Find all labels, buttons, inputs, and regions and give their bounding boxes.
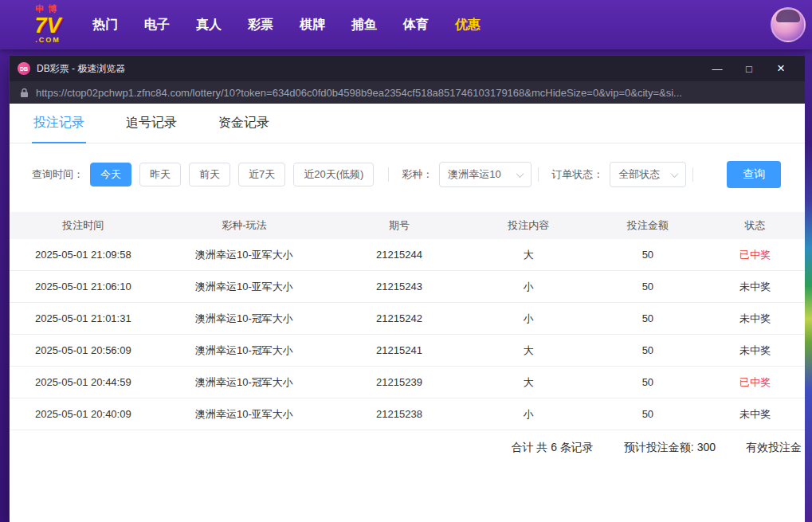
cell-bet-content: 小	[467, 407, 590, 422]
table-row: 2025-05-01 21:06:10 澳洲幸运10-亚军大小 21215243…	[10, 271, 805, 303]
divider	[538, 167, 539, 182]
cell-issue-number: 21215241	[331, 344, 467, 356]
nav-item[interactable]: 真人	[194, 12, 223, 38]
cell-game-play: 澳洲幸运10-亚军大小	[157, 248, 332, 262]
cell-bet-time: 2025-05-01 21:06:10	[10, 281, 157, 292]
time-filter-group: 今天 昨天 前天 近7天 近20天(低频)	[90, 163, 382, 186]
cell-bet-time: 2025-05-01 20:40:09	[10, 408, 157, 420]
nav-item[interactable]: 彩票	[246, 12, 275, 38]
logo-text-main: 7V	[19, 14, 76, 37]
cell-bet-amount: 50	[590, 408, 706, 420]
table-footer: 合计 共 6 条记录 预计投注金额: 300 有效投注金	[10, 430, 805, 465]
order-status-value: 全部状态	[618, 167, 660, 182]
nav-item[interactable]: 优惠	[453, 12, 482, 38]
tab-item[interactable]: 资金记录	[217, 104, 271, 143]
cell-game-play: 澳洲幸运10-亚军大小	[157, 407, 332, 422]
window-title: DB彩票 - 极速浏览器	[37, 62, 125, 76]
divider	[692, 167, 693, 182]
cell-issue-number: 21215242	[331, 312, 467, 324]
user-avatar[interactable]	[771, 7, 806, 42]
table-header-cell: 期号	[331, 218, 467, 233]
time-filter-button[interactable]: 昨天	[139, 163, 181, 186]
cell-bet-content: 小	[467, 280, 590, 294]
tab-item[interactable]: 投注记录	[32, 104, 86, 143]
logo-text-bottom: .COM	[19, 37, 76, 44]
cell-game-play: 澳洲幸运10-冠军大小	[157, 312, 332, 326]
chevron-down-icon	[516, 170, 524, 178]
table-header-cell: 投注内容	[467, 218, 590, 233]
close-icon[interactable]: ×	[765, 56, 797, 81]
browser-titlebar: DB DB彩票 - 极速浏览器 — □ ×	[10, 56, 805, 81]
url-text: https://ctop02pchwp1.zfnc84.com/lottery/…	[36, 87, 794, 99]
divider	[388, 167, 389, 182]
url-bar[interactable]: https://ctop02pchwp1.zfnc84.com/lottery/…	[10, 81, 805, 104]
lock-icon	[20, 88, 29, 98]
time-filter-button[interactable]: 前天	[189, 163, 230, 186]
main-nav: 热门 电子 真人 彩票 棋牌 捕鱼 体育 优惠	[91, 12, 482, 38]
cell-bet-amount: 50	[590, 281, 706, 292]
search-button[interactable]: 查询	[727, 161, 781, 188]
bet-records-table: 投注时间 彩种-玩法 期号 投注内容 投注金额 状态 2025-05-01 21…	[10, 212, 805, 465]
table-row: 2025-05-01 21:01:31 澳洲幸运10-冠军大小 21215242…	[10, 303, 805, 335]
cell-status: 未中奖	[705, 343, 805, 358]
table-header-cell: 彩种-玩法	[157, 218, 332, 233]
cell-bet-amount: 50	[590, 249, 706, 261]
tab-item[interactable]: 追号记录	[124, 104, 178, 143]
nav-item[interactable]: 体育	[402, 12, 430, 38]
nav-item[interactable]: 电子	[143, 12, 171, 38]
cell-bet-time: 2025-05-01 21:09:58	[10, 249, 157, 261]
cell-game-play: 澳洲幸运10-亚军大小	[157, 280, 332, 294]
cell-bet-amount: 50	[590, 376, 706, 388]
cell-bet-content: 小	[467, 312, 590, 326]
cell-bet-amount: 50	[590, 344, 706, 356]
background-strip	[805, 49, 812, 522]
table-header-cell: 状态	[705, 218, 805, 233]
page-content: 投注记录 追号记录 资金记录 查询时间： 今天 昨天 前天 近7天 近20	[10, 104, 805, 522]
time-filter-button[interactable]: 近20天(低频)	[293, 163, 374, 186]
table-body: 2025-05-01 21:09:58 澳洲幸运10-亚军大小 21215244…	[10, 239, 805, 430]
cell-issue-number: 21215238	[331, 408, 467, 420]
minimize-icon[interactable]: —	[701, 56, 733, 81]
cell-issue-number: 21215244	[331, 249, 467, 261]
cell-game-play: 澳洲幸运10-冠军大小	[157, 375, 332, 390]
cell-bet-content: 大	[467, 375, 590, 390]
order-status-select[interactable]: 全部状态	[610, 162, 686, 187]
cell-bet-content: 大	[467, 343, 590, 358]
table-row: 2025-05-01 20:44:59 澳洲幸运10-冠军大小 21215239…	[10, 367, 805, 398]
table-header-row: 投注时间 彩种-玩法 期号 投注内容 投注金额 状态	[10, 212, 805, 239]
time-filter-label: 查询时间：	[32, 167, 84, 182]
footer-effective-amount: 有效投注金	[746, 441, 802, 455]
cell-status: 已中奖	[705, 248, 805, 262]
lottery-select-value: 澳洲幸运10	[448, 167, 500, 182]
cell-status: 未中奖	[705, 312, 805, 326]
order-status-label: 订单状态：	[551, 167, 603, 182]
footer-expected-amount: 预计投注金额: 300	[624, 441, 716, 455]
table-header-cell: 投注金额	[590, 218, 706, 233]
table-header-cell: 投注时间	[10, 218, 157, 233]
nav-item[interactable]: 热门	[91, 12, 120, 38]
chevron-down-icon	[671, 170, 679, 178]
time-filter-button[interactable]: 今天	[90, 163, 131, 186]
maximize-icon[interactable]: □	[733, 56, 765, 81]
topbar: 申博 7V .COM 热门 电子 真人 彩票 棋牌 捕鱼 体育 优惠	[0, 0, 812, 49]
time-filter-button[interactable]: 近7天	[238, 163, 285, 186]
lottery-select[interactable]: 澳洲幸运10	[439, 162, 532, 187]
browser-favicon-icon: DB	[18, 62, 30, 75]
cell-game-play: 澳洲幸运10-冠军大小	[157, 343, 332, 358]
nav-item[interactable]: 棋牌	[298, 12, 327, 38]
cell-status: 未中奖	[705, 407, 805, 422]
cell-bet-content: 大	[467, 248, 590, 262]
window-controls: — □ ×	[701, 56, 797, 81]
lottery-filter-label: 彩种：	[402, 167, 433, 182]
cell-issue-number: 21215239	[331, 376, 467, 388]
cell-status: 已中奖	[705, 375, 805, 390]
cell-status: 未中奖	[705, 280, 805, 294]
table-row: 2025-05-01 20:56:09 澳洲幸运10-冠军大小 21215241…	[10, 335, 805, 367]
footer-total: 合计 共 6 条记录	[511, 441, 593, 455]
site-logo[interactable]: 申博 7V .COM	[19, 5, 76, 44]
table-row: 2025-05-01 20:40:09 澳洲幸运10-亚军大小 21215238…	[10, 398, 805, 430]
filter-bar: 查询时间： 今天 昨天 前天 近7天 近20天(低频) 彩种： 澳洲幸运10	[10, 161, 805, 188]
record-tabs: 投注记录 追号记录 资金记录	[10, 104, 805, 143]
browser-window: DB DB彩票 - 极速浏览器 — □ × https://ctop02pchw…	[10, 56, 805, 522]
nav-item[interactable]: 捕鱼	[350, 12, 379, 38]
